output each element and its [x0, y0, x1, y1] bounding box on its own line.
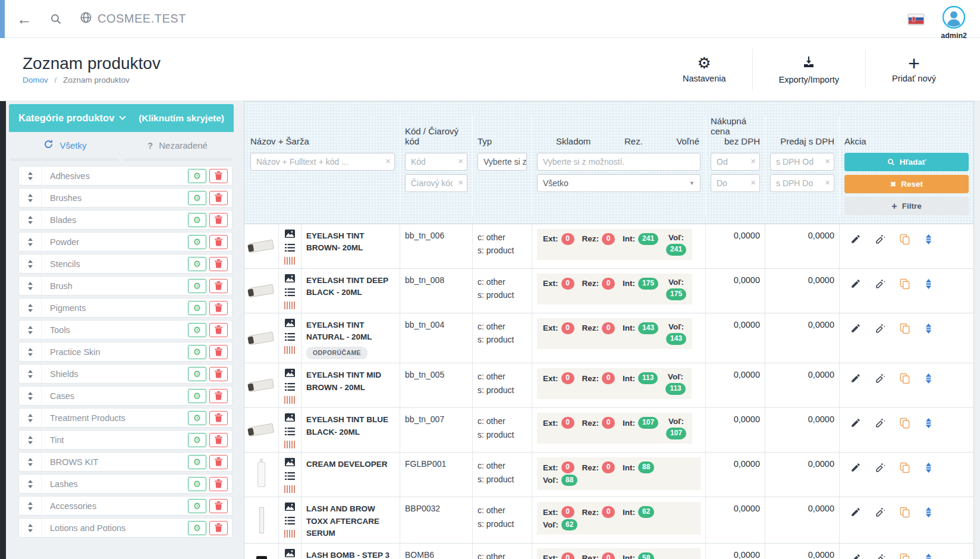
category-item[interactable]: Cases ⚙ — [18, 386, 233, 406]
duplicate-icon[interactable] — [899, 373, 910, 384]
category-delete-button[interactable] — [209, 499, 228, 513]
drag-handle-icon[interactable] — [19, 519, 42, 537]
category-item[interactable]: Practice Skin ⚙ — [18, 342, 233, 362]
image-icon[interactable] — [285, 319, 295, 329]
category-settings-button[interactable]: ⚙ — [188, 455, 206, 469]
quick-edit-icon[interactable] — [875, 278, 885, 289]
edit-icon[interactable] — [850, 417, 861, 428]
edit-icon[interactable] — [850, 553, 861, 559]
tab-uncategorized[interactable]: ? Nezaradené — [121, 140, 234, 150]
quick-edit-icon[interactable] — [875, 373, 885, 384]
list-icon[interactable] — [285, 382, 295, 393]
user-menu[interactable]: admin2 — [941, 6, 967, 40]
drag-handle-icon[interactable] — [19, 299, 42, 317]
drag-handle-icon[interactable] — [19, 365, 42, 383]
image-icon[interactable] — [285, 230, 295, 240]
category-settings-button[interactable]: ⚙ — [188, 411, 206, 425]
language-flag-icon[interactable] — [908, 14, 924, 24]
category-item[interactable]: Accessories ⚙ — [18, 496, 233, 516]
sort-move-icon[interactable] — [924, 507, 933, 518]
category-item[interactable]: Adhesives ⚙ — [18, 166, 233, 186]
quick-edit-icon[interactable] — [875, 553, 885, 559]
product-name[interactable]: CREAM DEVELOPER — [306, 460, 388, 469]
drag-handle-icon[interactable] — [19, 475, 42, 493]
product-row[interactable]: EYELASH TINT BROWN- 20ML bb_tn_006 c: ot… — [244, 224, 973, 269]
sort-move-icon[interactable] — [924, 373, 933, 384]
duplicate-icon[interactable] — [899, 234, 910, 245]
brand[interactable]: COSMEE.TEST — [80, 11, 186, 27]
more-filters-button[interactable]: + Filtre — [844, 197, 969, 215]
edit-icon[interactable] — [850, 373, 861, 384]
add-new-button[interactable]: + Pridať nový — [865, 50, 962, 89]
product-row[interactable]: EYELASH TINT MID BROWN - 20ML bb_tn_005 … — [244, 363, 973, 408]
category-delete-button[interactable] — [209, 191, 228, 205]
quick-edit-icon[interactable] — [875, 323, 885, 334]
category-settings-button[interactable]: ⚙ — [188, 345, 206, 359]
barcode-icon[interactable] — [284, 346, 296, 354]
clear-icon[interactable]: × — [458, 156, 463, 165]
category-settings-button[interactable]: ⚙ — [188, 521, 206, 535]
category-item[interactable]: Shields ⚙ — [18, 364, 233, 384]
sort-move-icon[interactable] — [924, 278, 933, 290]
sort-move-icon[interactable] — [924, 553, 933, 559]
category-delete-button[interactable] — [209, 433, 228, 447]
name-filter-input[interactable] — [250, 153, 395, 171]
list-icon[interactable] — [285, 332, 295, 343]
drag-handle-icon[interactable] — [19, 387, 42, 405]
sort-move-icon[interactable] — [924, 462, 933, 473]
category-delete-button[interactable] — [209, 323, 228, 337]
product-name[interactable]: EYELASH TINT BLUE BLACK- 20ML — [306, 415, 388, 436]
sort-move-icon[interactable] — [924, 417, 933, 429]
drag-handle-icon[interactable] — [19, 277, 42, 295]
category-settings-button[interactable]: ⚙ — [188, 191, 206, 205]
search-button[interactable]: Hľadať — [844, 153, 969, 171]
image-icon[interactable] — [285, 274, 295, 285]
product-row[interactable]: LASH AND BROW TOXX AFTERCARE SERUM BBP00… — [244, 497, 973, 544]
edit-icon[interactable] — [850, 234, 861, 244]
settings-button[interactable]: ⚙ Nastavenia — [657, 50, 752, 89]
clear-icon[interactable]: × — [825, 178, 830, 187]
type-filter-select[interactable]: Vyberte si z — [478, 153, 527, 171]
edit-icon[interactable] — [850, 278, 861, 289]
category-item[interactable]: Treatment Products ⚙ — [18, 408, 233, 428]
sort-move-icon[interactable] — [924, 323, 933, 334]
sort-move-icon[interactable] — [924, 234, 933, 245]
category-item[interactable]: Brush ⚙ — [18, 276, 233, 296]
barcode-icon[interactable] — [284, 396, 296, 404]
clear-icon[interactable]: × — [750, 178, 756, 187]
category-settings-button[interactable]: ⚙ — [188, 257, 206, 271]
back-icon[interactable]: ← — [17, 11, 32, 27]
product-name[interactable]: EYELASH TINT DEEP BLACK - 20ML — [306, 276, 388, 297]
barcode-icon[interactable] — [284, 530, 296, 538]
category-item[interactable]: BROWS KIT ⚙ — [18, 452, 233, 472]
category-delete-button[interactable] — [209, 301, 228, 315]
exports-imports-button[interactable]: Exporty/Importy — [752, 49, 866, 90]
duplicate-icon[interactable] — [899, 507, 910, 518]
list-icon[interactable] — [285, 516, 295, 527]
category-item[interactable]: Lashes ⚙ — [18, 474, 233, 494]
duplicate-icon[interactable] — [899, 417, 910, 429]
quick-edit-icon[interactable] — [875, 417, 885, 428]
list-icon[interactable] — [285, 427, 295, 438]
barcode-icon[interactable] — [284, 257, 296, 265]
category-item[interactable]: Blades ⚙ — [18, 210, 233, 230]
edit-icon[interactable] — [850, 507, 861, 517]
breadcrumb-home-link[interactable]: Domov — [23, 76, 48, 84]
product-row[interactable]: EYELASH TINT NATURAL - 20ML ODPORÚČAME b… — [244, 313, 973, 363]
category-delete-button[interactable] — [209, 367, 228, 381]
quick-edit-icon[interactable] — [875, 462, 885, 473]
barcode-icon[interactable] — [284, 485, 296, 493]
category-delete-button[interactable] — [209, 257, 228, 271]
category-settings-button[interactable]: ⚙ — [188, 499, 206, 513]
categories-header[interactable]: Kategórie produktov (Kliknutím skryjete) — [9, 104, 234, 132]
category-item[interactable]: Powder ⚙ — [18, 232, 233, 252]
edit-icon[interactable] — [850, 462, 861, 473]
category-settings-button[interactable]: ⚙ — [188, 389, 206, 403]
product-row[interactable]: EYELASH TINT BLUE BLACK- 20ML bb_tn_007 … — [244, 408, 973, 453]
category-settings-button[interactable]: ⚙ — [188, 213, 206, 227]
product-row[interactable]: CREAM DEVELOPER FGLBP001 c: other s: pro… — [244, 453, 973, 497]
category-settings-button[interactable]: ⚙ — [188, 323, 206, 337]
tab-all-categories[interactable]: Všetky — [9, 139, 121, 151]
category-item[interactable]: Lotions and Potions ⚙ — [18, 518, 233, 538]
category-delete-button[interactable] — [209, 389, 228, 403]
